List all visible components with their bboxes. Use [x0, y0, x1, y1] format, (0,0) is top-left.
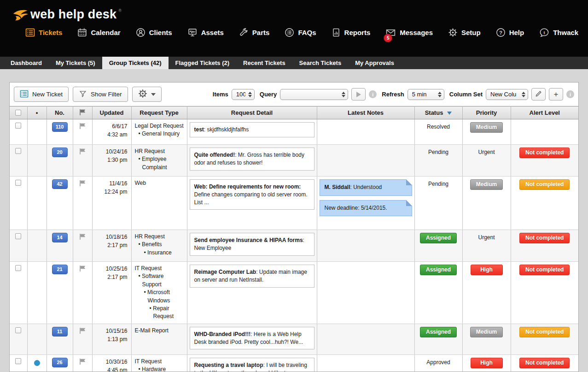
- nav-item-setup[interactable]: Setup: [448, 28, 481, 37]
- request-detail-box[interactable]: Web: Define requirements for new room: D…: [190, 179, 314, 210]
- row-checkbox[interactable]: [15, 327, 21, 333]
- ticket-number-badge[interactable]: 110: [52, 122, 68, 132]
- col-header-priority[interactable]: Priority: [462, 106, 511, 119]
- col-header-alert-level[interactable]: Alert Level: [511, 106, 578, 119]
- row-checkbox[interactable]: [15, 358, 21, 364]
- edit-column-set-button[interactable]: [531, 88, 546, 100]
- nav-item-tickets[interactable]: Tickets: [25, 28, 62, 37]
- run-query-button[interactable]: [351, 88, 366, 100]
- tab-my-approvals[interactable]: My Approvals: [348, 57, 401, 69]
- ticket-number-badge[interactable]: 21: [52, 265, 68, 274]
- query-select[interactable]: [280, 89, 348, 100]
- tab-flagged-tickets-2[interactable]: Flagged Tickets (2): [169, 57, 237, 69]
- status-badge: Assigned: [420, 265, 457, 275]
- alert-level-cell: Not completed: [511, 354, 578, 372]
- flag-cell: [73, 145, 92, 177]
- note-bubble[interactable]: New deadline: 5/14/2015.: [320, 200, 412, 217]
- request-detail-box[interactable]: Reimage Computer Lab: Update main image …: [190, 265, 314, 288]
- note-text: : Understood: [350, 184, 382, 190]
- help-icon: ?: [496, 28, 506, 37]
- flag-icon[interactable]: [79, 358, 86, 366]
- row-checkbox[interactable]: [15, 123, 21, 129]
- request-type-line: • Repair Request: [134, 305, 185, 321]
- priority-badge: High: [471, 358, 503, 368]
- items-select[interactable]: 100: [232, 89, 255, 100]
- flag-icon[interactable]: [79, 123, 86, 131]
- show-filter-button[interactable]: Show Filter: [73, 87, 128, 102]
- alert-level-badge: Not completed: [519, 265, 570, 275]
- ticket-number-badge[interactable]: 42: [52, 179, 68, 189]
- ticket-row: 4211/4/1612:24 pmWebWeb: Define requirem…: [10, 177, 578, 230]
- nav-item-label: Reports: [344, 29, 371, 36]
- stepper-icon: [438, 92, 442, 97]
- flag-cell: [73, 262, 92, 324]
- flag-icon[interactable]: [79, 148, 86, 156]
- unread-cell: [27, 145, 47, 177]
- request-detail-box[interactable]: Quite offended!: Mr. Gross has terrible …: [190, 148, 314, 171]
- ticket-number-badge[interactable]: 14: [52, 233, 68, 242]
- tab-group-tickets-42[interactable]: Group Tickets (42): [102, 57, 169, 69]
- latest-notes-cell: [317, 230, 414, 262]
- updated-line: 11/4/16: [95, 179, 128, 188]
- col-header-select-all[interactable]: [10, 106, 27, 119]
- nav-item-faqs[interactable]: FAQs: [285, 28, 316, 37]
- new-ticket-list-icon: [20, 89, 29, 100]
- col-header-no[interactable]: No.: [47, 106, 73, 119]
- select-all-checkbox[interactable]: [15, 110, 21, 116]
- nav-item-reports[interactable]: Reports: [332, 28, 371, 37]
- request-detail-box[interactable]: Send employee Insurance & HIPAA forms: N…: [190, 233, 314, 256]
- unread-cell: [27, 177, 47, 230]
- nav-item-help[interactable]: ?Help: [496, 28, 524, 37]
- request-detail-box[interactable]: test: skjdfhskldjhfalfhs: [190, 122, 314, 137]
- nav-item-calendar[interactable]: Calendar: [77, 28, 120, 37]
- flag-icon[interactable]: [79, 180, 86, 188]
- request-detail-box[interactable]: Requesting a travel laptop: I will be tr…: [190, 358, 314, 372]
- request-detail-subject: Web: Define requirements for new room:: [194, 183, 301, 190]
- app-logo: web help desk ®: [0, 0, 588, 22]
- tab-dashboard[interactable]: Dashboard: [4, 57, 49, 69]
- col-header-status[interactable]: Status: [414, 106, 462, 119]
- row-checkbox[interactable]: [15, 148, 21, 154]
- tab-search-tickets[interactable]: Search Tickets: [292, 57, 349, 69]
- col-header-flag[interactable]: [73, 106, 92, 119]
- col-header-request-type[interactable]: Request Type: [131, 106, 187, 119]
- nav-item-messages[interactable]: 5Messages: [385, 28, 433, 37]
- ticket-number-badge[interactable]: 26: [52, 358, 68, 367]
- latest-notes-cell: [317, 354, 414, 372]
- column-set-select[interactable]: New Colu: [486, 89, 528, 100]
- nav-item-assets[interactable]: Assets: [187, 28, 224, 37]
- nav-item-clients[interactable]: Clients: [136, 28, 172, 37]
- table-options-button[interactable]: [132, 87, 162, 102]
- col-header-updated[interactable]: Updated: [92, 106, 131, 119]
- priority-badge: High: [471, 265, 503, 275]
- nav-item-thwack[interactable]: tThwack: [539, 28, 578, 37]
- status-badge: Resolved: [427, 124, 450, 130]
- tab-my-tickets-5[interactable]: My Tickets (5): [49, 57, 102, 69]
- ticket-number-cell: 11: [47, 324, 73, 354]
- flag-icon[interactable]: [79, 327, 86, 336]
- col-header-request-detail[interactable]: Request Detail: [187, 106, 317, 119]
- query-info-icon[interactable]: i: [369, 90, 377, 98]
- ticket-number-badge[interactable]: 11: [52, 327, 68, 337]
- col-header-latest-notes[interactable]: Latest Notes: [317, 106, 414, 119]
- row-checkbox[interactable]: [15, 233, 21, 239]
- col-header-col[interactable]: •: [27, 106, 47, 119]
- nav-item-parts[interactable]: Parts: [239, 28, 270, 37]
- note-bubble[interactable]: M. Siddall: Understood: [320, 179, 412, 196]
- updated-line: 10/15/16: [95, 327, 128, 335]
- tab-recent-tickets[interactable]: Recent Tickets: [236, 57, 292, 69]
- select-cell: [10, 230, 27, 262]
- add-column-set-button[interactable]: +: [549, 88, 563, 100]
- tickets-table: •No.UpdatedRequest TypeRequest DetailLat…: [10, 106, 578, 372]
- updated-cell: 10/25/162:17 pm: [92, 262, 131, 324]
- flag-icon[interactable]: [79, 265, 86, 273]
- ticket-number-badge[interactable]: 20: [52, 148, 68, 157]
- request-type-cell: HR Request• Employee Complaint: [131, 145, 187, 177]
- refresh-select[interactable]: 5 min: [408, 89, 444, 100]
- column-set-info-icon[interactable]: i: [566, 90, 574, 98]
- flag-icon[interactable]: [79, 233, 86, 242]
- request-detail-box[interactable]: WHD-Branded iPod!!!: Here is a Web Help …: [190, 327, 314, 350]
- new-ticket-button[interactable]: New Ticket: [14, 87, 69, 102]
- row-checkbox[interactable]: [15, 180, 21, 186]
- row-checkbox[interactable]: [15, 265, 21, 271]
